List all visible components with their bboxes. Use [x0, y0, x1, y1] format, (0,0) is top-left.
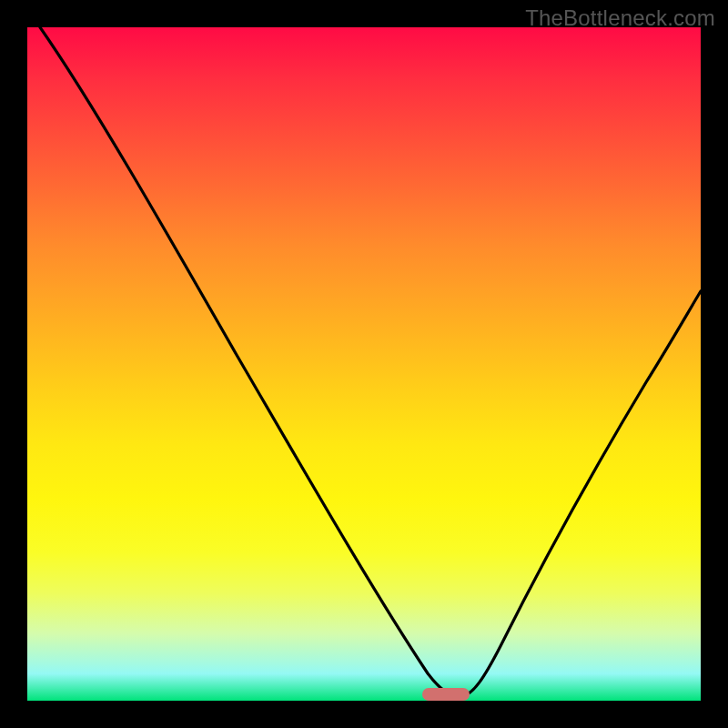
plot-area [27, 27, 701, 701]
bottleneck-curve [40, 27, 701, 696]
chart-frame: TheBottleneck.com [0, 0, 728, 728]
watermark-text: TheBottleneck.com [525, 5, 715, 31]
curve-layer [27, 27, 701, 701]
optimum-marker [422, 688, 470, 701]
